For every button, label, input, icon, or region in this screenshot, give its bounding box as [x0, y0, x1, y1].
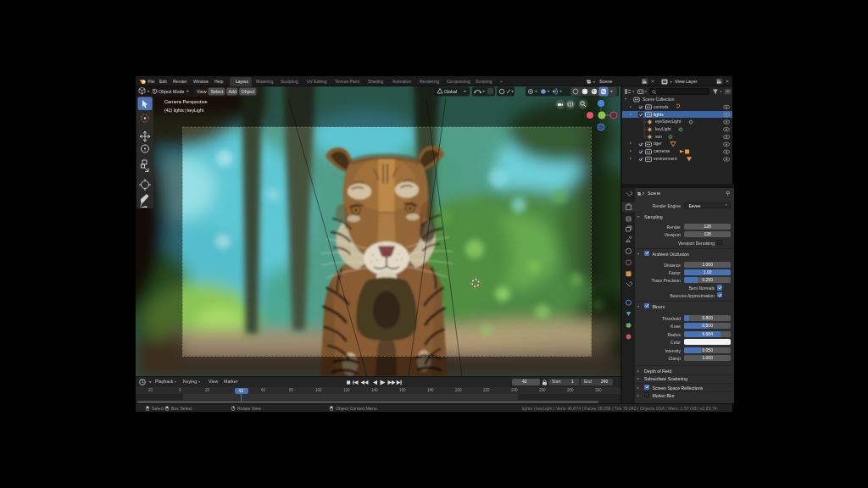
svg-text:(42) lights | keyLight: (42) lights | keyLight	[164, 108, 204, 113]
svg-text:Object: Object	[242, 89, 255, 94]
svg-text:Camera Perspective: Camera Perspective	[164, 99, 208, 104]
svg-text:Add: Add	[229, 89, 237, 94]
svg-text:Select: Select	[211, 89, 224, 94]
svg-text:View: View	[197, 89, 207, 94]
svg-text:Global: Global	[444, 89, 457, 94]
svg-text:Object Mode: Object Mode	[159, 89, 185, 94]
